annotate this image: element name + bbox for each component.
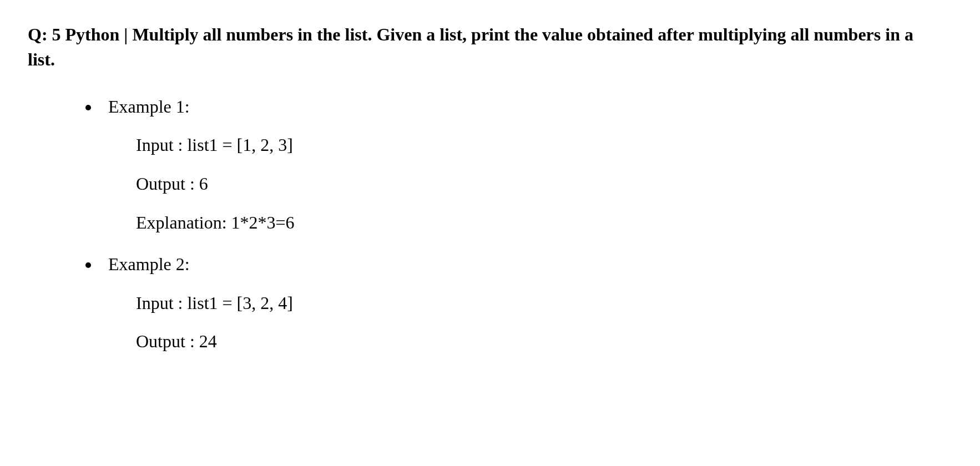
example-label: Example 1: — [108, 94, 952, 119]
list-item: Example 2: Input : list1 = [3, 2, 4] Out… — [100, 252, 952, 354]
example-output: Output : 6 — [136, 171, 952, 196]
example-input: Input : list1 = [3, 2, 4] — [136, 291, 952, 316]
list-item: Example 1: Input : list1 = [1, 2, 3] Out… — [100, 94, 952, 235]
example-explanation: Explanation: 1*2*3=6 — [136, 210, 952, 235]
example-details: Input : list1 = [3, 2, 4] Output : 24 — [108, 291, 952, 354]
question-title: Q: 5 Python | Multiply all numbers in th… — [28, 22, 916, 72]
example-list: Example 1: Input : list1 = [1, 2, 3] Out… — [28, 94, 952, 354]
example-input: Input : list1 = [1, 2, 3] — [136, 133, 952, 158]
example-details: Input : list1 = [1, 2, 3] Output : 6 Exp… — [108, 133, 952, 235]
example-output: Output : 24 — [136, 329, 952, 354]
example-label: Example 2: — [108, 252, 952, 277]
